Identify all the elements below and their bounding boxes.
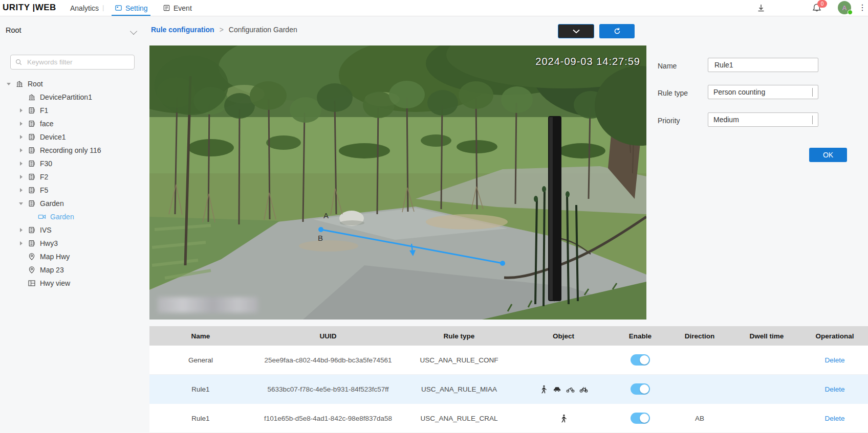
expand-arrow-icon[interactable]	[18, 122, 24, 126]
camera-preview[interactable]: 2024-09-03 14:27:59 A B	[149, 45, 646, 320]
keyword-search[interactable]	[10, 55, 135, 70]
expand-arrow-icon[interactable]	[18, 175, 24, 179]
setting-icon	[115, 4, 122, 12]
col-uuid: UUID	[252, 332, 404, 340]
expand-arrow-icon[interactable]	[18, 228, 24, 232]
collapse-arrow-icon[interactable]	[18, 202, 24, 205]
tree-item-device1[interactable]: Device1	[0, 130, 138, 144]
device-icon	[28, 186, 36, 194]
enable-toggle[interactable]	[631, 354, 650, 366]
ok-button[interactable]: OK	[809, 148, 847, 162]
enable-toggle[interactable]	[631, 413, 650, 424]
search-input[interactable]	[26, 58, 130, 66]
expand-arrow-icon[interactable]	[18, 108, 24, 112]
tree-item-face[interactable]: face	[0, 117, 138, 130]
apply-button[interactable]	[558, 24, 594, 38]
org-selector-chevron-icon[interactable]	[130, 28, 137, 35]
person-icon	[559, 414, 568, 423]
expand-arrow-icon[interactable]	[18, 162, 24, 166]
bicycle-icon	[579, 385, 588, 394]
tree-item-hwy3[interactable]: Hwy3	[0, 237, 138, 250]
refresh-icon	[613, 27, 621, 35]
download-icon[interactable]	[756, 4, 766, 13]
object-icons	[514, 385, 613, 394]
breadcrumb-rule-configuration[interactable]: Rule configuration	[151, 26, 214, 34]
device-icon	[28, 133, 36, 141]
view-layout-icon	[28, 279, 36, 287]
tree-item-map-hwy[interactable]: Map Hwy	[0, 250, 138, 263]
chevron-down-icon	[812, 116, 813, 124]
app-logo: URITY |WEB	[3, 3, 56, 13]
tree-item-map-23[interactable]: Map 23	[0, 263, 138, 277]
line-label-b: B	[318, 234, 323, 242]
tab-setting[interactable]: Setting	[115, 0, 148, 16]
rule-type-select[interactable]: Person counting	[708, 85, 818, 99]
breadcrumb: Rule configuration > Configuration Garde…	[151, 26, 297, 34]
tree-item-root[interactable]: Root	[0, 77, 138, 90]
tree-item-garden[interactable]: Garden	[0, 197, 138, 210]
device-icon	[28, 199, 36, 208]
expand-arrow-icon[interactable]	[18, 148, 24, 152]
delete-link[interactable]: Delete	[824, 356, 844, 364]
tree-item-f5[interactable]: F5	[0, 184, 138, 197]
organization-icon	[15, 80, 24, 88]
col-dwell-time: Dwell time	[732, 332, 801, 340]
tab-event[interactable]: Event	[163, 0, 192, 16]
reset-button[interactable]	[599, 24, 635, 38]
col-object: Object	[514, 332, 613, 340]
direction-arrow-icon	[409, 250, 416, 256]
active-tab-underline	[112, 15, 150, 16]
rule-name: Rule1	[149, 415, 252, 422]
rule-type: USC_ANA_RULE_MIAA	[404, 385, 514, 393]
rule-type: USC_ANA_RULE_CONF	[404, 356, 514, 364]
table-row[interactable]: Rule1 f101e65b-d5e8-4ad1-842c-98e8f837da…	[149, 404, 868, 433]
name-label: Name	[658, 62, 677, 70]
rule-type-label: Rule type	[658, 89, 688, 97]
tree-item-f1[interactable]: F1	[0, 104, 138, 117]
device-icon	[28, 106, 36, 115]
priority-select[interactable]: Medium	[708, 112, 818, 127]
col-direction: Direction	[667, 332, 732, 340]
table-row[interactable]: General 25ee9faa-c802-44bd-96db-bc3a5fe7…	[149, 346, 868, 375]
priority-label: Priority	[658, 117, 680, 125]
rule-direction: AB	[667, 415, 732, 422]
line-endpoint-handle[interactable]	[500, 261, 505, 266]
device-icon	[28, 146, 36, 154]
rules-table: Name UUID Rule type Object Enable Direct…	[149, 326, 868, 433]
tree-item-hwy-view[interactable]: Hwy view	[0, 277, 138, 290]
name-input[interactable]	[713, 60, 813, 70]
device-icon	[28, 173, 36, 181]
delete-link[interactable]: Delete	[824, 415, 844, 422]
event-icon	[163, 4, 170, 12]
expand-arrow-icon[interactable]	[18, 241, 24, 245]
device-icon	[28, 159, 36, 168]
object-icons	[514, 414, 613, 423]
line-label-a: A	[323, 211, 329, 220]
more-menu-icon[interactable]: ⋮	[858, 3, 866, 12]
online-status-dot	[848, 10, 853, 15]
tree-item-garden-camera[interactable]: Garden	[0, 210, 138, 223]
map-pin-icon	[28, 266, 36, 274]
device-tree: Root DevicePartition1 F1 face Device1 Re…	[0, 77, 138, 290]
tab-analytics[interactable]: Analytics	[70, 0, 99, 16]
enable-toggle[interactable]	[631, 383, 650, 395]
table-header-row: Name UUID Rule type Object Enable Direct…	[149, 326, 868, 346]
expand-arrow-icon[interactable]	[18, 188, 24, 192]
tree-item-f30[interactable]: F30	[0, 157, 138, 170]
tree-item-ivs[interactable]: IVS	[0, 223, 138, 237]
expand-arrow-icon[interactable]	[18, 135, 24, 139]
line-endpoint-handle[interactable]	[318, 227, 323, 232]
tree-item-devicepartition1[interactable]: DevicePartition1	[0, 90, 138, 104]
tree-item-recording-only-116[interactable]: Recording only 116	[0, 144, 138, 157]
delete-link[interactable]: Delete	[824, 385, 844, 393]
org-selector[interactable]: Root	[6, 26, 21, 34]
col-operational: Operational	[801, 332, 868, 340]
collapse-arrow-icon[interactable]	[6, 83, 11, 85]
device-icon	[28, 239, 36, 247]
search-icon	[15, 58, 23, 66]
tree-item-f2[interactable]: F2	[0, 170, 138, 184]
table-row-selected[interactable]: Rule1 5633bc07-f78c-4e5e-b931-84f523fc57…	[149, 375, 868, 404]
rule-line-overlay[interactable]: A B	[149, 45, 646, 320]
notification-badge: 0	[817, 0, 827, 8]
car-icon	[553, 385, 561, 394]
